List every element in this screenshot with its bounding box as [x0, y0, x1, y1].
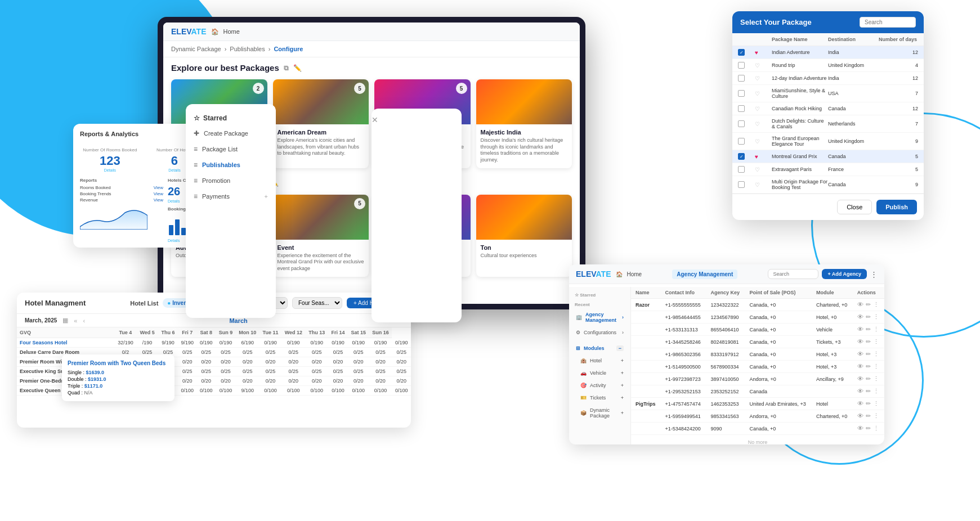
sidebar-hotel[interactable]: 🏨 Hotel +: [569, 354, 630, 367]
eye-icon-8[interactable]: 👁: [857, 400, 863, 407]
edit-icon-1[interactable]: ✏: [866, 313, 871, 321]
spm-heart-7[interactable]: ♥: [755, 154, 772, 160]
prev-prev-btn[interactable]: «: [74, 317, 77, 324]
spm-checkbox-5[interactable]: [738, 120, 745, 127]
spm-row-1[interactable]: ♡ Round trip United Kingdom 4: [732, 59, 924, 72]
pkg-card-ton[interactable]: Ton Cultural tour experiences: [476, 195, 572, 277]
spm-checkbox-8[interactable]: [738, 166, 745, 173]
agency-sidebar-agency-mgmt[interactable]: 🏢 Agency Management ›: [569, 308, 630, 326]
spm-row-2[interactable]: ♡ 12-day Indian Adventure India 12: [732, 72, 924, 85]
spm-checkbox-4[interactable]: [738, 105, 745, 112]
sidebar-modules[interactable]: ⊞ Modules −: [569, 342, 630, 354]
dyn-pkg-plus[interactable]: +: [621, 410, 624, 416]
edit-icon-3[interactable]: ✏: [866, 338, 871, 345]
pkg-card-india[interactable]: Majestic India Discover India's rich cul…: [476, 79, 572, 168]
delete-icon-7[interactable]: ⋮: [873, 388, 879, 395]
ag-actions-9[interactable]: 👁✏⋮: [853, 410, 884, 423]
ag-actions-0[interactable]: 👁✏⋮: [853, 299, 884, 311]
ag-actions-8[interactable]: 👁✏⋮: [853, 398, 884, 410]
spm-checkbox-7[interactable]: ✓: [738, 153, 745, 160]
agency-sidebar-configs[interactable]: ⚙ Configurations ›: [569, 326, 630, 339]
edit-icon-7[interactable]: ✏: [866, 388, 871, 395]
sidebar-item-publishables[interactable]: ≡ Publishables: [186, 157, 276, 173]
sidebar-close-btn[interactable]: ✕: [372, 109, 462, 322]
spm-heart-6[interactable]: ♡: [755, 138, 772, 145]
delete-icon-0[interactable]: ⋮: [873, 301, 879, 308]
ag-actions-3[interactable]: 👁✏⋮: [853, 336, 884, 348]
sidebar-item-create-package[interactable]: ✚ Create Package: [186, 125, 276, 141]
spm-row-4[interactable]: ♡ Canadian Rock Hiking Canada 12: [732, 102, 924, 115]
edit-icon-0[interactable]: ✏: [866, 301, 871, 308]
sidebar-item-promotion[interactable]: ≡ Promotion: [186, 173, 276, 188]
eye-icon-4[interactable]: 👁: [857, 351, 863, 358]
spm-heart-3[interactable]: ♡: [755, 91, 772, 97]
delete-icon-10[interactable]: ⋮: [873, 425, 879, 432]
eye-icon-6[interactable]: 👁: [857, 375, 863, 383]
spm-row-0[interactable]: ✓ ♥ Indian Adventure India 12: [732, 46, 924, 59]
eye-icon-3[interactable]: 👁: [857, 338, 863, 345]
spm-checkbox-2[interactable]: [738, 75, 745, 82]
spm-heart-9[interactable]: ♡: [755, 182, 772, 188]
agency-nav-active[interactable]: Agency Management: [672, 270, 737, 279]
close-button[interactable]: Close: [837, 200, 872, 214]
delete-icon-4[interactable]: ⋮: [873, 351, 879, 358]
spm-search-input[interactable]: [860, 17, 916, 28]
pkg-card-event[interactable]: 5 Event Experience the excitement of the…: [273, 195, 369, 277]
breadcrumb-1[interactable]: Dynamic Package: [171, 46, 221, 52]
vehicle-plus[interactable]: +: [621, 370, 624, 376]
sidebar-vehicle[interactable]: 🚗 Vehicle +: [569, 367, 630, 379]
delete-icon-9[interactable]: ⋮: [873, 412, 879, 420]
delete-icon-2[interactable]: ⋮: [873, 326, 879, 333]
prev-btn[interactable]: ‹: [83, 317, 85, 324]
edit-icon[interactable]: ✏️: [293, 64, 302, 72]
sidebar-tickets[interactable]: 🎫 Tickets +: [569, 392, 630, 404]
spm-row-6[interactable]: ♡ The Grand European Elegance Tour Unite…: [732, 133, 924, 150]
spm-checkbox-0[interactable]: ✓: [738, 49, 745, 56]
edit-icon-8[interactable]: ✏: [866, 400, 871, 407]
eye-icon-9[interactable]: 👁: [857, 412, 863, 420]
copy-icon[interactable]: ⧉: [284, 64, 289, 72]
spm-heart-1[interactable]: ♡: [755, 62, 772, 69]
delete-icon-5[interactable]: ⋮: [873, 363, 879, 370]
eye-icon-0[interactable]: 👁: [857, 301, 863, 308]
breadcrumb-2[interactable]: Publishables: [230, 46, 265, 52]
spm-checkbox-9[interactable]: [738, 181, 745, 188]
add-agency-button[interactable]: + Add Agency: [822, 269, 867, 279]
activity-plus[interactable]: +: [621, 383, 624, 388]
edit-icon-9[interactable]: ✏: [866, 412, 871, 420]
metric-rooms-detail[interactable]: Details: [80, 168, 140, 172]
delete-icon-6[interactable]: ⋮: [873, 375, 879, 383]
edit-icon-4[interactable]: ✏: [866, 351, 871, 358]
spm-checkbox-1[interactable]: [738, 62, 745, 69]
spm-row-8[interactable]: ♡ Extravagant Paris France 5: [732, 163, 924, 176]
spm-row-5[interactable]: ♡ Dutch Delights: Culture & Canals Nethe…: [732, 115, 924, 133]
publish-button[interactable]: Publish: [876, 200, 917, 214]
spm-checkbox-6[interactable]: [738, 138, 745, 145]
ag-actions-10[interactable]: 👁✏⋮: [853, 423, 884, 435]
ag-actions-1[interactable]: 👁✏⋮: [853, 311, 884, 324]
sidebar-item-package-list[interactable]: ≡ Package List: [186, 141, 276, 157]
spm-heart-0[interactable]: ♥: [755, 50, 772, 56]
ag-actions-7[interactable]: 👁✏⋮: [853, 385, 884, 398]
sidebar-dynamic-package[interactable]: 📦 Dynamic Package +: [569, 404, 630, 422]
edit-icon-5[interactable]: ✏: [866, 363, 871, 370]
spm-heart-2[interactable]: ♡: [755, 75, 772, 82]
tickets-plus[interactable]: +: [621, 395, 624, 401]
ag-actions-6[interactable]: 👁✏⋮: [853, 373, 884, 385]
delete-icon-8[interactable]: ⋮: [873, 400, 879, 407]
cal-view-icon[interactable]: ▦: [62, 317, 68, 324]
edit-icon-2[interactable]: ✏: [866, 326, 871, 333]
spm-heart-8[interactable]: ♡: [755, 167, 772, 173]
modules-minus[interactable]: −: [616, 345, 624, 351]
ag-actions-5[interactable]: 👁✏⋮: [853, 361, 884, 373]
hm-row-0[interactable]: Four Seasons Hotel32/190/1909/1909/1900/…: [17, 338, 411, 348]
delete-icon-1[interactable]: ⋮: [873, 313, 879, 321]
agency-more-icon[interactable]: ⋮: [870, 270, 878, 279]
spm-row-7[interactable]: ✓ ♥ Montreal Grand Prix Canada 5: [732, 150, 924, 163]
sidebar-activity[interactable]: 🎯 Activity +: [569, 379, 630, 392]
spm-heart-5[interactable]: ♡: [755, 121, 772, 127]
sidebar-item-payments[interactable]: ≡ Payments +: [186, 188, 276, 204]
spm-row-9[interactable]: ♡ Multi Origin Package For Booking Test …: [732, 176, 924, 194]
hotel-filter[interactable]: Four Seas...: [292, 297, 342, 309]
pkg-card-usa[interactable]: 5 American Dream Explore America's iconi…: [273, 79, 369, 168]
